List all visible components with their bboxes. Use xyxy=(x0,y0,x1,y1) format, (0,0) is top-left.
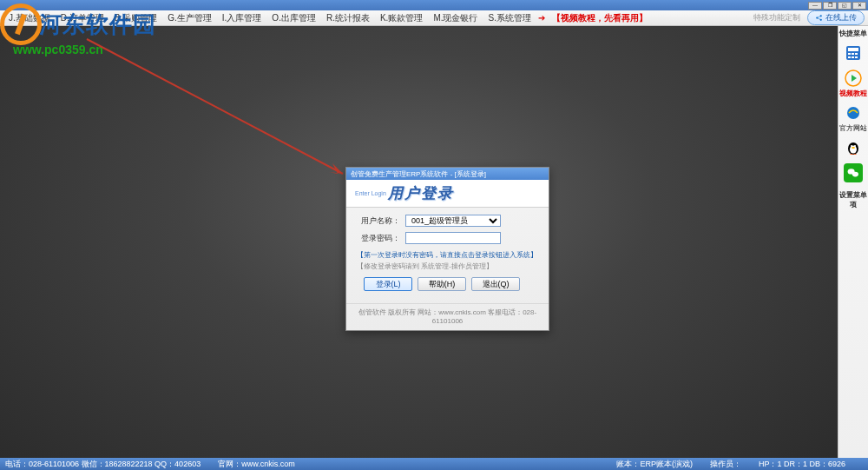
window-titlebar: — ❐ ◱ ✕ xyxy=(0,0,868,10)
menu-basic-data[interactable]: J.基础数据 xyxy=(3,12,56,24)
status-site: 官网：www.cnkis.com xyxy=(218,459,295,470)
svg-point-20 xyxy=(851,145,852,147)
qq-icon xyxy=(844,138,863,157)
sidebar-settings-item[interactable]: 设置菜单项 xyxy=(838,190,868,209)
menu-orders[interactable]: D.订单管理 xyxy=(56,12,109,24)
quick-menu-sidebar: 快捷菜单 视频教程 官方网站 设置菜单项 xyxy=(838,26,868,458)
svg-line-4 xyxy=(817,18,821,20)
main-menubar: J.基础数据 D.订单管理 B.采购管理 G.生产管理 I.入库管理 O.出库管… xyxy=(0,10,868,26)
login-button[interactable]: 登录(L) xyxy=(364,277,412,291)
password-input[interactable] xyxy=(405,232,501,244)
sidebar-item-wechat[interactable] xyxy=(844,162,863,185)
menu-production[interactable]: G.生产管理 xyxy=(162,12,217,24)
minimize-icon[interactable]: — xyxy=(808,2,822,10)
password-label: 登录密码： xyxy=(357,233,400,244)
menu-purchase[interactable]: B.采购管理 xyxy=(109,12,162,24)
svg-line-3 xyxy=(817,16,821,17)
login-footer: 创管软件 版权所有 网站：www.cnkis.com 客服电话：028-6110… xyxy=(346,303,549,330)
menu-stock-out[interactable]: O.出库管理 xyxy=(266,12,321,24)
login-banner: Enter Login 用户登录 xyxy=(346,180,549,208)
play-icon xyxy=(844,69,863,88)
svg-rect-13 xyxy=(852,56,854,58)
menu-reports[interactable]: R.统计报表 xyxy=(321,12,375,24)
sidebar-item-website[interactable]: 官方网站 xyxy=(839,102,867,135)
ie-icon xyxy=(844,103,863,122)
login-dialog: 创管免费生产管理ERP系统软件 - [系统登录] Enter Login 用户登… xyxy=(345,167,549,331)
sidebar-item-calculator[interactable] xyxy=(844,42,863,65)
status-bar: 电话：028-61101006 微信：18628822218 QQ：402603… xyxy=(0,458,868,470)
username-label: 用户名称： xyxy=(357,215,400,227)
svg-rect-9 xyxy=(848,53,851,55)
svg-rect-8 xyxy=(848,48,858,51)
help-button[interactable]: 帮助(H) xyxy=(418,277,466,291)
restore-icon[interactable]: ◱ xyxy=(838,2,852,10)
menu-accounts[interactable]: K.账款管理 xyxy=(375,12,428,24)
sidebar-item-video[interactable]: 视频教程 xyxy=(839,67,867,100)
status-db: HP：1 DR：1 DB：6926 xyxy=(759,459,845,470)
online-upload-button[interactable]: 在线上传 xyxy=(807,10,865,25)
svg-marker-16 xyxy=(852,75,857,82)
svg-point-22 xyxy=(852,147,855,149)
share-icon xyxy=(815,14,823,22)
sidebar-header: 快捷菜单 xyxy=(839,29,867,38)
svg-point-21 xyxy=(854,145,856,147)
arrow-right-icon: ➔ xyxy=(538,13,545,23)
login-dialog-title: 创管免费生产管理ERP系统软件 - [系统登录] xyxy=(346,168,549,180)
login-note-change-pwd: 【修改登录密码请到 系统管理-操作员管理】 xyxy=(357,261,538,272)
username-select[interactable]: 001_超级管理员 xyxy=(405,215,501,227)
menu-cash-bank[interactable]: M.现金银行 xyxy=(428,12,483,24)
maximize-icon[interactable]: ❐ xyxy=(823,2,837,10)
menu-system[interactable]: S.系统管理 xyxy=(483,12,536,24)
status-contact: 电话：028-61101006 微信：18628822218 QQ：402603 xyxy=(5,459,201,470)
login-note-first-time: 【第一次登录时没有密码，请直接点击登录按钮进入系统】 xyxy=(357,249,538,261)
status-operator: 操作员： xyxy=(710,459,741,470)
sidebar-item-qq[interactable] xyxy=(844,136,863,160)
svg-point-19 xyxy=(850,146,857,154)
menu-custom-features[interactable]: 特殊功能定制 xyxy=(753,12,800,23)
svg-rect-10 xyxy=(852,53,854,55)
close-icon[interactable]: ✕ xyxy=(852,2,866,10)
exit-button[interactable]: 退出(Q) xyxy=(471,277,520,291)
svg-rect-11 xyxy=(855,53,858,55)
wechat-icon xyxy=(844,163,863,182)
menu-video-tutorial[interactable]: 【视频教程，先看再用】 xyxy=(547,12,653,24)
svg-rect-14 xyxy=(855,56,858,58)
calculator-icon xyxy=(844,43,863,63)
status-account: 账本：ERP账本(演戏) xyxy=(616,459,693,470)
svg-rect-12 xyxy=(848,56,851,58)
menu-stock-in[interactable]: I.入库管理 xyxy=(217,12,267,24)
svg-point-24 xyxy=(852,172,858,177)
